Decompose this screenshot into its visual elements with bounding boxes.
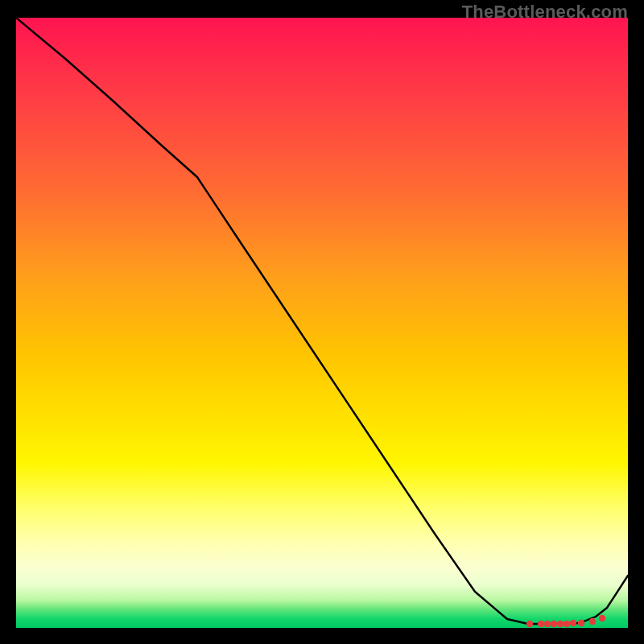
marker-dot [557, 621, 564, 627]
marker-dot [570, 620, 576, 626]
chart-svg [16, 18, 628, 628]
marker-dot [538, 621, 544, 627]
marker-dot [589, 618, 596, 625]
marker-dot [564, 621, 570, 627]
marker-dot [526, 621, 533, 627]
chart-frame: TheBottleneck.com [0, 0, 644, 644]
marker-dot [578, 620, 584, 626]
line-series-curve [16, 18, 628, 624]
marker-dot [544, 621, 551, 627]
marker-dot [551, 621, 557, 627]
marker-dot [599, 615, 605, 621]
plot-area [16, 18, 628, 628]
